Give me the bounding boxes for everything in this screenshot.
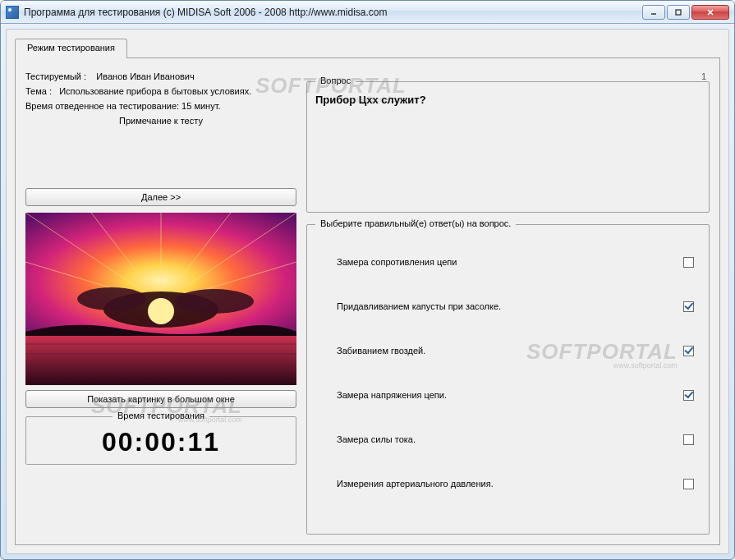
maximize-button[interactable]	[667, 5, 690, 20]
question-image	[25, 213, 296, 385]
answer-row: Замера напряжения цепи.	[319, 373, 697, 417]
answers-group: Выберите правильный(е) ответ(ы) на вопро…	[306, 224, 710, 535]
answer-row: Измерения артериального давления.	[319, 461, 697, 506]
timer-legend: Время тестирования	[113, 411, 209, 420]
answer-text: Замера силы тока.	[322, 434, 683, 444]
window-title: Программа для тестирования (c) MIDISA So…	[24, 7, 642, 18]
close-button[interactable]	[691, 5, 729, 20]
answer-text: Забиванием гвоздей.	[322, 346, 683, 356]
question-number: 1	[306, 71, 710, 81]
show-image-button[interactable]: Показать картинку в большом окне	[25, 390, 296, 408]
answer-row: Замера силы тока.	[319, 417, 697, 461]
svg-rect-16	[25, 336, 296, 385]
question-legend: Вопрос	[315, 76, 356, 85]
time-allotted: Время отведенное на тестирование: 15 мин…	[25, 101, 296, 111]
answer-text: Придавливанием капусты при засолке.	[322, 301, 683, 311]
question-text: Прибор Цхх служит?	[315, 94, 701, 106]
answer-text: Замера напряжения цепи.	[322, 390, 683, 400]
testee-label: Тестируемый :	[25, 71, 86, 81]
answer-row: Забиванием гвоздей.	[319, 328, 697, 373]
window-controls	[642, 5, 729, 20]
left-column: Тестируемый : Иванов Иван Иванович Тема …	[25, 71, 296, 535]
close-icon	[706, 8, 714, 16]
sunset-image	[25, 213, 296, 385]
timer-value: 00:00:11	[33, 427, 289, 457]
next-button[interactable]: Далее >>	[25, 188, 296, 206]
titlebar[interactable]: Программа для тестирования (c) MIDISA So…	[1, 1, 734, 24]
client-area: Режим тестирования Тестируемый : Иванов …	[6, 29, 729, 554]
answer-checkbox[interactable]	[683, 346, 694, 356]
topic-label: Тема :	[25, 86, 52, 96]
app-window: Программа для тестирования (c) MIDISA So…	[0, 0, 735, 560]
testee-value: Иванов Иван Иванович	[96, 71, 194, 81]
maximize-icon	[674, 8, 682, 16]
testee-row: Тестируемый : Иванов Иван Иванович	[25, 71, 296, 81]
answer-row: Замера сопротивления цепи	[319, 240, 697, 284]
test-note: Примечание к тесту	[25, 116, 296, 126]
svg-point-14	[175, 289, 254, 314]
svg-point-15	[148, 298, 174, 324]
info-block: Тестируемый : Иванов Иван Иванович Тема …	[25, 71, 296, 142]
answer-checkbox[interactable]	[683, 434, 694, 445]
answer-text: Замера сопротивления цепи	[322, 257, 683, 267]
tabstrip: Режим тестирования	[15, 38, 720, 57]
app-icon	[6, 6, 19, 19]
svg-point-13	[77, 287, 146, 310]
topic-value: Использование прибора в бытовых условиях…	[59, 86, 251, 96]
answers-list: Замера сопротивления цепиПридавливанием …	[319, 240, 697, 506]
minimize-button[interactable]	[642, 5, 665, 20]
svg-rect-1	[676, 10, 681, 15]
answer-checkbox[interactable]	[683, 390, 694, 401]
minimize-icon	[650, 8, 658, 16]
answer-row: Придавливанием капусты при засолке.	[319, 284, 697, 328]
topic-row: Тема : Использование прибора в бытовых у…	[25, 86, 296, 96]
answer-checkbox[interactable]	[683, 301, 694, 312]
answer-checkbox[interactable]	[683, 257, 694, 268]
tab-test-mode[interactable]: Режим тестирования	[15, 39, 127, 58]
timer-group: Время тестирования 00:00:11	[25, 416, 296, 465]
question-group: Вопрос Прибор Цхх служит?	[306, 81, 710, 213]
answer-text: Измерения артериального давления.	[322, 479, 683, 489]
answers-legend: Выберите правильный(е) ответ(ы) на вопро…	[315, 218, 516, 228]
right-column: 1 Вопрос Прибор Цхх служит? Выберите пра…	[306, 71, 710, 535]
answer-checkbox[interactable]	[683, 479, 694, 489]
tabpage: Тестируемый : Иванов Иван Иванович Тема …	[15, 57, 720, 545]
